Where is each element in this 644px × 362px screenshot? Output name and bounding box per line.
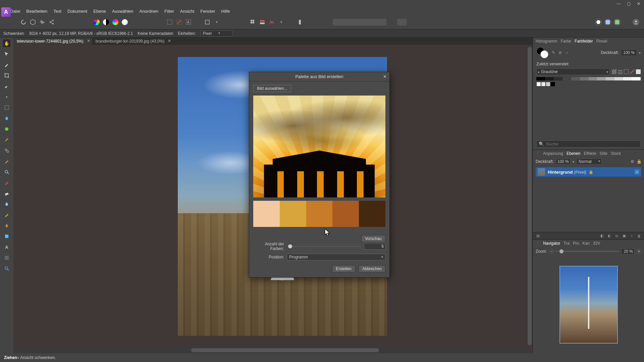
- color-count-slider[interactable]: [287, 246, 361, 247]
- swatch-search[interactable]: 🔍 Suche: [536, 140, 641, 147]
- window-maximize-button[interactable]: ▢: [625, 1, 633, 7]
- chevron-down-icon[interactable]: ▾: [213, 19, 220, 25]
- document-tab[interactable]: television-tower-7244801.jpg (20,5%) ✕: [13, 38, 92, 45]
- commit-bar[interactable]: [333, 19, 386, 25]
- eraser-tool[interactable]: [3, 190, 10, 197]
- scrollbar-horizontal[interactable]: [13, 347, 527, 353]
- fx-icon[interactable]: fx: [614, 234, 619, 238]
- layers-list-icon[interactable]: ▤: [536, 234, 540, 238]
- tab-brushes[interactable]: Pinsel: [596, 39, 607, 44]
- shape-tool[interactable]: [3, 233, 10, 240]
- mesh-tool[interactable]: [3, 254, 10, 261]
- menu-item[interactable]: Bearbeiten: [26, 9, 47, 14]
- create-button[interactable]: Erstellen: [332, 265, 355, 273]
- gear-icon[interactable]: ⚙: [630, 159, 635, 164]
- healing-tool[interactable]: [3, 136, 10, 143]
- recent-swatches[interactable]: [536, 82, 641, 86]
- layer-opacity-input[interactable]: 100 %: [556, 159, 571, 165]
- add-layer-icon[interactable]: ＋: [629, 234, 634, 238]
- tab-navigator[interactable]: Navigator: [543, 241, 560, 246]
- add-swatch-icon[interactable]: [624, 69, 629, 74]
- chevron-down-icon[interactable]: ▾: [639, 51, 641, 55]
- swatch[interactable]: [253, 201, 280, 227]
- tab-color[interactable]: Farbe: [561, 39, 571, 44]
- tab-adjustment[interactable]: Anpassung: [543, 151, 563, 156]
- tab-styles[interactable]: Stile: [600, 151, 607, 156]
- layer-row[interactable]: Hintergrund (Pixel) 🔒 ✓: [536, 167, 641, 177]
- lock-icon[interactable]: 🔒: [637, 159, 641, 164]
- hue-icon[interactable]: [112, 19, 119, 25]
- spray-tool[interactable]: •: [3, 93, 10, 101]
- persona-liquify-button[interactable]: [604, 19, 611, 25]
- lock-icon[interactable]: 🔒: [589, 170, 593, 174]
- waveform-icon[interactable]: [39, 19, 46, 25]
- scrollbar-vertical[interactable]: [527, 45, 533, 347]
- pencil-tool[interactable]: [3, 158, 10, 165]
- selection-tool[interactable]: [3, 104, 10, 111]
- menu-item[interactable]: Dokument: [67, 9, 87, 14]
- list-view-icon[interactable]: [618, 69, 623, 74]
- swatch[interactable]: [306, 201, 333, 227]
- chevron-down-icon[interactable]: ▾: [573, 160, 574, 164]
- color-count-input[interactable]: 5: [364, 243, 385, 250]
- soft-proof-icon[interactable]: [121, 19, 128, 25]
- visibility-checkbox[interactable]: ✓: [635, 170, 639, 174]
- menu-item[interactable]: Auswählen: [112, 9, 133, 14]
- magnify-tool[interactable]: [3, 265, 10, 272]
- palette-select[interactable]: ▸ Grautöne ▾: [536, 68, 610, 75]
- pen-tool[interactable]: [3, 222, 10, 229]
- dialog-titlebar[interactable]: Palette aus Bild erstellen ✕: [249, 72, 389, 81]
- selection-remove-icon[interactable]: [176, 19, 182, 25]
- grid-icon[interactable]: [250, 19, 256, 25]
- close-icon[interactable]: ✕: [168, 39, 171, 43]
- tab-layers[interactable]: Ebenen: [567, 151, 580, 156]
- selection-rect-icon[interactable]: [166, 19, 173, 25]
- menu-item[interactable]: Fenster: [200, 9, 215, 14]
- zoom-tool[interactable]: [3, 168, 10, 176]
- position-select[interactable]: Programm: [287, 254, 385, 260]
- close-icon[interactable]: ✕: [383, 74, 387, 79]
- menu-item[interactable]: Ansicht: [180, 9, 195, 14]
- menu-item[interactable]: Ebene: [93, 9, 106, 14]
- cube-icon[interactable]: [30, 19, 36, 25]
- choose-image-button[interactable]: Bild auswählen...: [253, 85, 291, 92]
- color-well[interactable]: [536, 47, 548, 58]
- remove-swatch-icon[interactable]: [630, 69, 635, 74]
- sponge-tool[interactable]: [3, 211, 10, 219]
- account-button[interactable]: [633, 19, 639, 25]
- tab-stock[interactable]: Stock: [611, 151, 621, 156]
- menu-item[interactable]: Anordnen: [140, 9, 158, 14]
- reload-icon[interactable]: [20, 19, 27, 25]
- eyedropper-icon[interactable]: ✎: [551, 50, 556, 55]
- tab-transform[interactable]: Tra: [564, 241, 570, 246]
- menu-item[interactable]: Hilfe: [221, 9, 230, 14]
- persona-photo-button[interactable]: [595, 19, 602, 25]
- zoom-out-button[interactable]: −: [549, 249, 554, 254]
- crop-tool[interactable]: [3, 72, 10, 79]
- tab-effects[interactable]: Effekte: [584, 151, 596, 156]
- mask-icon[interactable]: ◧: [600, 234, 604, 238]
- grid-view-icon[interactable]: [612, 69, 616, 74]
- color-picker-tool[interactable]: [3, 61, 10, 68]
- none-color-icon[interactable]: ⊘: [558, 50, 562, 55]
- paint-brush-tool[interactable]: [3, 82, 10, 90]
- menu-item[interactable]: Text: [53, 9, 61, 14]
- swatch[interactable]: [359, 201, 385, 227]
- smudge-tool[interactable]: [3, 125, 10, 133]
- assistant-icon[interactable]: [268, 19, 275, 25]
- chevron-down-icon[interactable]: ▾: [278, 19, 284, 25]
- tab-history[interactable]: Pro: [573, 241, 579, 246]
- tab-channels[interactable]: Kan: [583, 241, 590, 246]
- move-tool[interactable]: [3, 50, 10, 58]
- tab-swatches[interactable]: Farbfelder: [575, 39, 593, 44]
- zoom-value-input[interactable]: 20 %: [621, 248, 635, 254]
- cancel-button[interactable]: Abbrechen: [359, 265, 385, 273]
- share-icon[interactable]: [48, 19, 55, 25]
- blur-tool[interactable]: [3, 200, 10, 208]
- menu-item[interactable]: Datei: [10, 9, 20, 14]
- persona-develop-button[interactable]: [614, 19, 621, 25]
- crop-icon[interactable]: [204, 19, 211, 25]
- opacity-value-input[interactable]: 100 %: [621, 49, 637, 56]
- zoom-in-button[interactable]: +: [637, 249, 641, 254]
- window-close-button[interactable]: ✕: [635, 1, 643, 7]
